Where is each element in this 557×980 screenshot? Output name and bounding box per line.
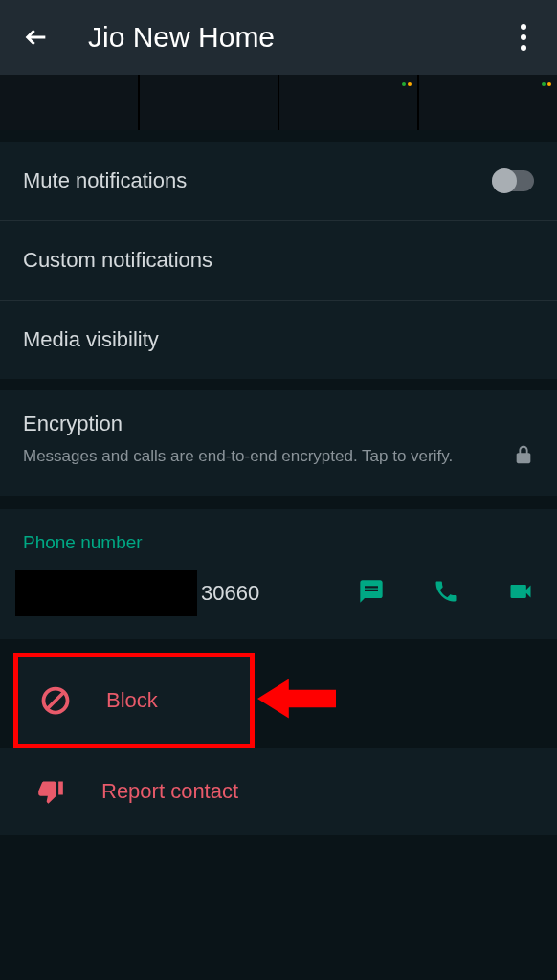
media-visibility-row[interactable]: Media visibility	[0, 301, 557, 379]
video-icon[interactable]	[507, 578, 534, 609]
phone-label: Phone number	[23, 532, 534, 553]
danger-section: Block Report contact	[0, 653, 557, 835]
arrow-indicator-icon	[257, 672, 336, 729]
custom-label: Custom notifications	[23, 248, 534, 273]
thumb-down-icon	[36, 777, 65, 806]
encryption-row[interactable]: Encryption Messages and calls are end-to…	[0, 390, 557, 496]
notifications-section: Mute notifications Custom notifications …	[0, 142, 557, 379]
message-icon[interactable]	[358, 578, 385, 609]
media-thumb[interactable]	[419, 75, 557, 130]
redacted-block	[15, 570, 197, 616]
report-label: Report contact	[101, 779, 238, 804]
mute-label: Mute notifications	[23, 168, 492, 193]
more-menu-icon[interactable]	[513, 16, 534, 58]
media-thumb[interactable]	[0, 75, 138, 130]
media-thumbnails[interactable]	[0, 75, 557, 130]
report-row[interactable]: Report contact	[0, 748, 557, 835]
block-icon	[41, 686, 70, 715]
header: Jio New Home	[0, 0, 557, 75]
svg-line-1	[47, 692, 64, 709]
media-label: Media visibility	[23, 327, 534, 352]
encryption-section: Encryption Messages and calls are end-to…	[0, 390, 557, 496]
page-title: Jio New Home	[88, 21, 513, 54]
media-thumb[interactable]	[140, 75, 278, 130]
block-row[interactable]: Block	[18, 657, 250, 744]
phone-number: 30660	[23, 570, 358, 616]
mute-toggle[interactable]	[492, 170, 534, 191]
phone-section: Phone number 30660	[0, 509, 557, 639]
block-label: Block	[106, 688, 158, 713]
encryption-description: Messages and calls are end-to-end encryp…	[23, 444, 496, 469]
custom-notifications-row[interactable]: Custom notifications	[0, 221, 557, 301]
lock-icon	[513, 442, 534, 471]
back-arrow-icon[interactable]	[23, 24, 50, 51]
media-thumb[interactable]	[279, 75, 417, 130]
encryption-title: Encryption	[23, 412, 496, 436]
block-highlight: Block	[13, 653, 255, 748]
mute-notifications-row[interactable]: Mute notifications	[0, 142, 557, 221]
phone-suffix: 30660	[201, 581, 259, 606]
phone-icon[interactable]	[433, 578, 459, 609]
